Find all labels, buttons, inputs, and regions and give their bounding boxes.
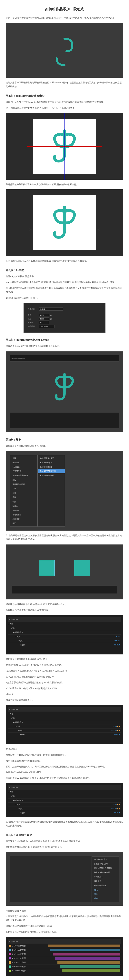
figure-1 — [6, 23, 123, 78]
menu-item[interactable]: 环境图层 — [10, 517, 37, 521]
color-layer-row[interactable]: 6 ★ "Knot 6" 轮廓 — [8, 965, 121, 969]
step4-p5: 然后添加修剪路径的关键帧即可,如下图所示。 — [6, 657, 123, 661]
step3-heading: 第3步：Illustrator跳到After Effect — [6, 337, 123, 342]
submenu-item[interactable]: 从矢量图层创建形状 — [38, 469, 65, 473]
step4-p15: 给所有图层建都做同样的的处理清楚。 — [6, 759, 123, 763]
menu-item[interactable]: 图层设置... — [10, 460, 37, 465]
width-input[interactable] — [39, 313, 49, 317]
timeline-prop-row[interactable]: ▸ 组 1 — [8, 794, 121, 798]
timeline-prop-row[interactable]: ▸ 开始0.0% ◆ ◆ — [8, 724, 121, 729]
timeline-prop-row[interactable]: ▸ 修剪路径 1 — [8, 799, 121, 803]
menu-item[interactable]: 时间 — [10, 500, 37, 504]
menu-item[interactable]: 打开图层 — [10, 465, 37, 469]
step4-p19: 图:淡出(你可以看作线段逐步移动的动画或位移的动画而且还是每次改变部位位置路径,… — [6, 820, 123, 828]
figure-illustrator-scissors: ✂ ✂ — [6, 189, 123, 256]
timeline-prop-row[interactable]: ▸ 结束100.0% ◆ ◆ — [8, 807, 121, 811]
step1-heading: 第1步：在Illustrator做动效素材 — [6, 94, 123, 99]
width-label: 宽度 — [28, 313, 37, 317]
color-layer-row[interactable]: 1 ★ "Knot 1" 轮廓 — [8, 944, 121, 948]
kf-menu-item[interactable]: 将音频转换为关键帧 — [92, 870, 119, 875]
step4-p8: 图:某线段沿着路径从起点走到终点,开始各数值为0。 — [6, 675, 123, 679]
step5-heading: 第5步：调整细节效果 — [6, 833, 123, 837]
kf-menu-item[interactable]: RPF 摄像机导入 — [92, 857, 119, 862]
timeline-prop-row[interactable]: ▸ 开始0.0% ◆ ◆ — [8, 803, 121, 807]
submenu-item[interactable]: 从文字创建形状 — [38, 460, 65, 465]
timeline-prop-row[interactable]: ▸ 结束100.0% — [8, 639, 121, 643]
keyframe-assist-menu[interactable]: RPF 摄像机导入从数据创建关键帧将表达式转换为关键帧将音频转换为关键帧序列图层… — [92, 856, 119, 902]
menu-item[interactable]: 帧混合 — [10, 504, 37, 508]
figure-ae-import: Adobe After Effects — [6, 351, 123, 432]
menu-item[interactable]: 打开图层源 — [10, 469, 37, 473]
layer-context-menu[interactable]: 新建图层设置...打开图层打开图层源在资源管理器中显示蒙版蒙版和形状路径品质开关… — [10, 455, 37, 527]
submenu-item[interactable]: 从数据创建关键帧 — [38, 473, 65, 478]
menu-item[interactable]: 参考线图层 — [10, 512, 37, 517]
step4-p3: 经过缩放的同时路径也在AE的属性中出有尺度变成准确的尺寸。 — [6, 603, 123, 606]
comp-name-label: 合成名称 — [28, 307, 37, 311]
square-2 — [74, 560, 90, 576]
submenu-item[interactable]: 转换为可编辑文字 — [38, 456, 65, 460]
menu-item[interactable]: 变换 — [10, 495, 37, 500]
timeline-prop-row[interactable]: ▸ 偏移0x+0.0° — [8, 811, 121, 815]
menu-item[interactable]: 3D 图层 — [10, 508, 37, 512]
kf-menu-item[interactable]: 将表达式转换为关键帧 — [92, 866, 119, 870]
step4-p7: (这条终点都可以变化,所以以下命令方法以更接近方法为主,以下) — [6, 669, 123, 673]
menu-item[interactable]: 标记 — [10, 521, 37, 525]
figure-comp-settings: 合成名称 宽度 px 高度 px 帧速率 持续时间 — [6, 303, 123, 332]
menu-item[interactable]: 开关 — [10, 491, 37, 495]
figure-trim-path-panel: 0:00:00:00▸ 内容▸ 组 1▸ 修剪路径 1▸ 开始0.0%▸ 结束1… — [6, 615, 123, 654]
square-1 — [39, 560, 55, 576]
timeline-prop-row[interactable]: ▸ 结束100.0% ◆ ◆ — [8, 729, 121, 733]
kf-menu-item[interactable]: 从数据创建关键帧 — [92, 862, 119, 866]
menu-item[interactable]: 蒙版 — [10, 478, 37, 482]
step4-p14: 然后设置一个数值,它可以把线段缩短的路径动画效果继续缩小。 — [6, 753, 123, 757]
step2-p3: 注:因为AE是支持AI格式读取的,而且方便修改,比如动画做到最后不满意某个元素,… — [6, 286, 123, 294]
step2-heading: 第2步：AI生成 — [6, 268, 123, 273]
timeline-prop-row[interactable]: ▸ 修剪路径 1 — [8, 630, 121, 635]
timeline-prop-row[interactable]: ▸ 修剪路径 1 — [8, 720, 121, 724]
step5-p5: 过度不流的都速度曲线效用,其他效果也是一样的。 — [6, 924, 123, 928]
figure-keyframe-menu: RPF 摄像机导入从数据创建关键帧将表达式转换为关键帧将音频转换为关键帧序列图层… — [6, 852, 123, 906]
figure-context-menu: 新建图层设置...打开图层打开图层源在资源管理器中显示蒙版蒙版和形状路径品质开关… — [6, 451, 123, 531]
step4-p13: 在:20时间点 — [6, 747, 123, 751]
kf-menu-item[interactable]: 指数比例 — [92, 879, 119, 883]
color-layer-row[interactable]: 2 ★ "Knot 2" 轮廓 — [8, 948, 121, 952]
step5-p1: 跳完这边已经发现好几处的动画有问题,时间点上线面衔接合适的让动画更流畅。 — [6, 840, 123, 843]
color-layer-row[interactable]: 5 ★ "Knot 5" 轮廓 — [8, 960, 121, 964]
submenu-item[interactable]: 从文字创建蒙版 — [38, 465, 65, 469]
color-layer-row[interactable]: 7 ★ "Knot 7" 轮廓 — [8, 969, 121, 973]
step2-p4: 如:导出PNG这个logo就可以用了。 — [6, 296, 123, 300]
figure-trim-end-keyframes: 0:00:00:00▸ 内容▸ 组 1▸ 修剪路径 1▸ 开始0.0% ◆ ◆▸… — [6, 783, 123, 817]
step4-p16: 我用了总结开始开始的入口了,同样工具也来做路径动画,还是修剪路径,起点从数值都为… — [6, 765, 123, 769]
kf-menu-item[interactable]: 缓动 — [92, 896, 119, 900]
timeline-prop-row[interactable]: ▸ 偏移0x+0.0° — [8, 643, 121, 647]
menu-item[interactable]: 蒙版和形状路径 — [10, 482, 37, 487]
timeline-prop-row[interactable]: ▸ 开始0.0% — [8, 635, 121, 639]
pre-step1-text: 先给大家看一下最终步骤做完最终步骤的动画,打开Illustrator画logo,… — [6, 81, 123, 89]
kf-menu-item[interactable]: 缓出 — [92, 892, 119, 896]
layer-context-submenu[interactable]: 转换为可编辑文字从文字创建形状从文字创建蒙版从矢量图层创建形状从数据创建关键帧 — [37, 455, 65, 527]
step2-p1: 打开AE,给它建比例,同分辨率。 — [6, 275, 123, 278]
height-input[interactable] — [39, 317, 49, 320]
timeline-prop-row[interactable]: ▸ 内容 — [8, 790, 121, 794]
step4-p18: 注要跟之前start做流程不同,这个是用终点三数值改变,效果是从起点走向终点线段… — [6, 776, 123, 780]
step1-p1: 以这个logo为例子,打开Illustrator贴贴的基准,如下图所示,我点击完… — [6, 100, 123, 104]
comp-name-input[interactable] — [39, 307, 63, 311]
step4-p10: • 2:00(显示时间上)的地方添加关键帧把起点改成100% — [6, 687, 123, 690]
kf-menu-item[interactable]: 时间反向关键帧 — [92, 883, 119, 888]
color-layer-row[interactable]: 3 ★ "Knot 3" 轮廓 — [8, 952, 121, 956]
timeline-prop-row[interactable]: ▸ 组 1 — [8, 716, 121, 720]
fps-input[interactable] — [39, 321, 49, 324]
kf-menu-item[interactable]: 序列图层... — [92, 875, 119, 879]
timeline-prop-row[interactable]: ▸ 内容 — [8, 622, 121, 626]
menu-item[interactable]: 新建 — [10, 456, 37, 460]
menu-item[interactable]: 品质 — [10, 487, 37, 491]
step4-p17: 数值从0开始终点100%结束,到达时间。 — [6, 770, 123, 775]
timeline-prop-row[interactable]: ▸ 组 1 — [8, 626, 121, 630]
figure-illustrator-1 — [6, 113, 123, 180]
timeline-prop-row[interactable]: ▸ 偏移0x+0.0° — [8, 733, 121, 737]
duration-input[interactable] — [39, 325, 55, 328]
timeline-prop-row[interactable]: ▸ 内容 — [8, 712, 121, 716]
kf-menu-item[interactable]: 缓入 — [92, 888, 119, 892]
color-layer-row[interactable]: 4 ★ "Knot 4" 轮廓 — [8, 956, 121, 960]
menu-item[interactable]: 在资源管理器中显示 — [10, 473, 37, 478]
